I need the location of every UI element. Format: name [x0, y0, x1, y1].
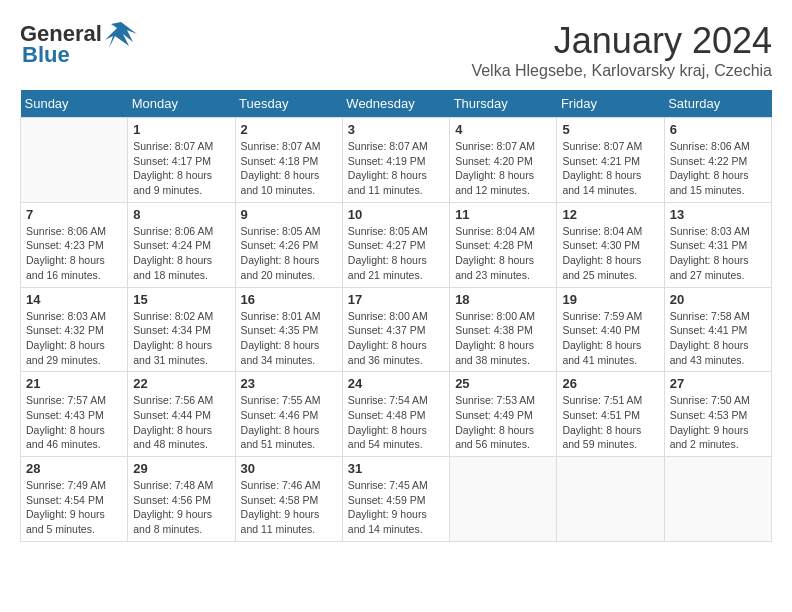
day-number: 21: [26, 376, 122, 391]
day-info: Sunrise: 8:07 AMSunset: 4:18 PMDaylight:…: [241, 139, 337, 198]
calendar-cell: 28Sunrise: 7:49 AMSunset: 4:54 PMDayligh…: [21, 457, 128, 542]
day-info: Sunrise: 8:01 AMSunset: 4:35 PMDaylight:…: [241, 309, 337, 368]
svg-marker-0: [105, 22, 137, 48]
weekday-header-row: SundayMondayTuesdayWednesdayThursdayFrid…: [21, 90, 772, 118]
day-number: 9: [241, 207, 337, 222]
weekday-header-thursday: Thursday: [450, 90, 557, 118]
month-title: January 2024: [471, 20, 772, 62]
day-info: Sunrise: 7:54 AMSunset: 4:48 PMDaylight:…: [348, 393, 444, 452]
calendar-cell: 20Sunrise: 7:58 AMSunset: 4:41 PMDayligh…: [664, 287, 771, 372]
weekday-header-monday: Monday: [128, 90, 235, 118]
day-number: 28: [26, 461, 122, 476]
day-info: Sunrise: 7:59 AMSunset: 4:40 PMDaylight:…: [562, 309, 658, 368]
calendar-cell: 10Sunrise: 8:05 AMSunset: 4:27 PMDayligh…: [342, 202, 449, 287]
calendar-cell: 13Sunrise: 8:03 AMSunset: 4:31 PMDayligh…: [664, 202, 771, 287]
day-number: 26: [562, 376, 658, 391]
day-info: Sunrise: 8:07 AMSunset: 4:21 PMDaylight:…: [562, 139, 658, 198]
day-info: Sunrise: 8:03 AMSunset: 4:31 PMDaylight:…: [670, 224, 766, 283]
calendar-cell: 11Sunrise: 8:04 AMSunset: 4:28 PMDayligh…: [450, 202, 557, 287]
calendar-cell: 22Sunrise: 7:56 AMSunset: 4:44 PMDayligh…: [128, 372, 235, 457]
day-info: Sunrise: 7:46 AMSunset: 4:58 PMDaylight:…: [241, 478, 337, 537]
day-number: 14: [26, 292, 122, 307]
weekday-header-saturday: Saturday: [664, 90, 771, 118]
day-number: 24: [348, 376, 444, 391]
calendar-cell: 15Sunrise: 8:02 AMSunset: 4:34 PMDayligh…: [128, 287, 235, 372]
day-info: Sunrise: 8:07 AMSunset: 4:17 PMDaylight:…: [133, 139, 229, 198]
calendar-week-4: 21Sunrise: 7:57 AMSunset: 4:43 PMDayligh…: [21, 372, 772, 457]
day-info: Sunrise: 8:06 AMSunset: 4:23 PMDaylight:…: [26, 224, 122, 283]
title-block: January 2024 Velka Hlegsebe, Karlovarsky…: [471, 20, 772, 80]
day-number: 4: [455, 122, 551, 137]
day-number: 11: [455, 207, 551, 222]
day-info: Sunrise: 7:57 AMSunset: 4:43 PMDaylight:…: [26, 393, 122, 452]
day-number: 31: [348, 461, 444, 476]
weekday-header-friday: Friday: [557, 90, 664, 118]
calendar-table: SundayMondayTuesdayWednesdayThursdayFrid…: [20, 90, 772, 542]
day-number: 20: [670, 292, 766, 307]
day-number: 16: [241, 292, 337, 307]
day-number: 8: [133, 207, 229, 222]
calendar-week-3: 14Sunrise: 8:03 AMSunset: 4:32 PMDayligh…: [21, 287, 772, 372]
day-number: 23: [241, 376, 337, 391]
day-number: 22: [133, 376, 229, 391]
day-number: 1: [133, 122, 229, 137]
day-number: 10: [348, 207, 444, 222]
calendar-cell: 2Sunrise: 8:07 AMSunset: 4:18 PMDaylight…: [235, 118, 342, 203]
calendar-cell: 23Sunrise: 7:55 AMSunset: 4:46 PMDayligh…: [235, 372, 342, 457]
calendar-cell: 7Sunrise: 8:06 AMSunset: 4:23 PMDaylight…: [21, 202, 128, 287]
day-info: Sunrise: 8:06 AMSunset: 4:24 PMDaylight:…: [133, 224, 229, 283]
day-info: Sunrise: 8:00 AMSunset: 4:37 PMDaylight:…: [348, 309, 444, 368]
day-info: Sunrise: 8:00 AMSunset: 4:38 PMDaylight:…: [455, 309, 551, 368]
weekday-header-wednesday: Wednesday: [342, 90, 449, 118]
day-info: Sunrise: 7:50 AMSunset: 4:53 PMDaylight:…: [670, 393, 766, 452]
calendar-cell: 6Sunrise: 8:06 AMSunset: 4:22 PMDaylight…: [664, 118, 771, 203]
weekday-header-tuesday: Tuesday: [235, 90, 342, 118]
day-number: 17: [348, 292, 444, 307]
calendar-week-5: 28Sunrise: 7:49 AMSunset: 4:54 PMDayligh…: [21, 457, 772, 542]
day-number: 18: [455, 292, 551, 307]
day-info: Sunrise: 8:04 AMSunset: 4:30 PMDaylight:…: [562, 224, 658, 283]
day-info: Sunrise: 8:03 AMSunset: 4:32 PMDaylight:…: [26, 309, 122, 368]
calendar-cell: 8Sunrise: 8:06 AMSunset: 4:24 PMDaylight…: [128, 202, 235, 287]
day-info: Sunrise: 7:53 AMSunset: 4:49 PMDaylight:…: [455, 393, 551, 452]
day-number: 7: [26, 207, 122, 222]
day-info: Sunrise: 7:56 AMSunset: 4:44 PMDaylight:…: [133, 393, 229, 452]
calendar-cell: 16Sunrise: 8:01 AMSunset: 4:35 PMDayligh…: [235, 287, 342, 372]
calendar-week-2: 7Sunrise: 8:06 AMSunset: 4:23 PMDaylight…: [21, 202, 772, 287]
calendar-cell: 1Sunrise: 8:07 AMSunset: 4:17 PMDaylight…: [128, 118, 235, 203]
calendar-cell: [21, 118, 128, 203]
day-number: 27: [670, 376, 766, 391]
day-info: Sunrise: 7:55 AMSunset: 4:46 PMDaylight:…: [241, 393, 337, 452]
calendar-cell: 18Sunrise: 8:00 AMSunset: 4:38 PMDayligh…: [450, 287, 557, 372]
calendar-cell: 19Sunrise: 7:59 AMSunset: 4:40 PMDayligh…: [557, 287, 664, 372]
calendar-cell: 5Sunrise: 8:07 AMSunset: 4:21 PMDaylight…: [557, 118, 664, 203]
day-number: 29: [133, 461, 229, 476]
day-number: 25: [455, 376, 551, 391]
logo-blue-text: Blue: [22, 42, 70, 68]
day-info: Sunrise: 8:07 AMSunset: 4:20 PMDaylight:…: [455, 139, 551, 198]
day-number: 12: [562, 207, 658, 222]
calendar-cell: [450, 457, 557, 542]
day-info: Sunrise: 8:05 AMSunset: 4:27 PMDaylight:…: [348, 224, 444, 283]
day-info: Sunrise: 8:06 AMSunset: 4:22 PMDaylight:…: [670, 139, 766, 198]
logo-bird-icon: [105, 20, 137, 48]
day-info: Sunrise: 8:02 AMSunset: 4:34 PMDaylight:…: [133, 309, 229, 368]
calendar-cell: 25Sunrise: 7:53 AMSunset: 4:49 PMDayligh…: [450, 372, 557, 457]
calendar-cell: [557, 457, 664, 542]
day-info: Sunrise: 8:07 AMSunset: 4:19 PMDaylight:…: [348, 139, 444, 198]
calendar-cell: 30Sunrise: 7:46 AMSunset: 4:58 PMDayligh…: [235, 457, 342, 542]
calendar-cell: 29Sunrise: 7:48 AMSunset: 4:56 PMDayligh…: [128, 457, 235, 542]
day-info: Sunrise: 7:48 AMSunset: 4:56 PMDaylight:…: [133, 478, 229, 537]
day-info: Sunrise: 7:51 AMSunset: 4:51 PMDaylight:…: [562, 393, 658, 452]
day-number: 5: [562, 122, 658, 137]
day-number: 6: [670, 122, 766, 137]
calendar-cell: 21Sunrise: 7:57 AMSunset: 4:43 PMDayligh…: [21, 372, 128, 457]
day-number: 15: [133, 292, 229, 307]
page-header: General Blue January 2024 Velka Hlegsebe…: [20, 20, 772, 80]
calendar-week-1: 1Sunrise: 8:07 AMSunset: 4:17 PMDaylight…: [21, 118, 772, 203]
day-number: 3: [348, 122, 444, 137]
weekday-header-sunday: Sunday: [21, 90, 128, 118]
calendar-cell: 3Sunrise: 8:07 AMSunset: 4:19 PMDaylight…: [342, 118, 449, 203]
calendar-cell: 24Sunrise: 7:54 AMSunset: 4:48 PMDayligh…: [342, 372, 449, 457]
calendar-cell: 17Sunrise: 8:00 AMSunset: 4:37 PMDayligh…: [342, 287, 449, 372]
